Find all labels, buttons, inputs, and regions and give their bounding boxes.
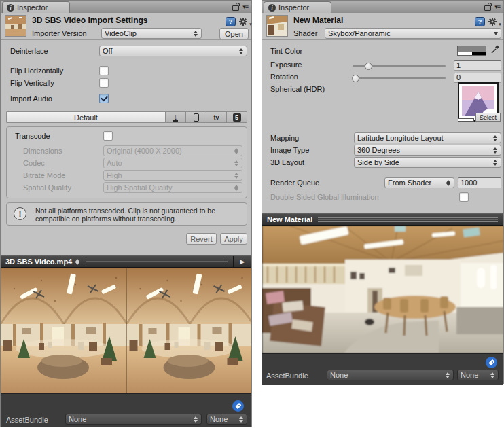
- right-title: New Material: [293, 16, 343, 25]
- eyedropper-icon[interactable]: [490, 44, 500, 56]
- gear-icon[interactable]: ▼: [488, 17, 502, 26]
- deinterlace-label: Deinterlace: [10, 47, 48, 55]
- render-queue-field[interactable]: 1000: [458, 177, 501, 188]
- dimensions-dropdown: Original (4000 X 2000): [103, 145, 242, 156]
- preview-popup-icon[interactable]: [75, 259, 80, 265]
- warning-text: Not all platforms transcoded. Clip is no…: [35, 207, 241, 223]
- bitrate-mode-label: Bitrate Mode: [23, 171, 65, 179]
- platform-tab-webgl[interactable]: 5: [226, 112, 247, 122]
- rotation-slider[interactable]: [353, 77, 446, 79]
- help-icon[interactable]: ?: [475, 17, 485, 26]
- inspector-panel-video: i Inspector ▾≡ 3D SBS Video Import Setti…: [0, 0, 252, 427]
- right-tab-strip: i Inspector ▾≡: [262, 1, 503, 14]
- importer-version-label: Importer Version: [32, 29, 87, 37]
- platform-tab-default[interactable]: Default: [7, 112, 165, 122]
- image-type-label: Image Type: [270, 146, 309, 154]
- mapping-dropdown[interactable]: Latitude Longitude Layout: [354, 132, 501, 143]
- rotation-label: Rotation: [270, 73, 298, 81]
- lock-icon[interactable]: [232, 5, 239, 11]
- platform-tab-bar: Default ↓ tv 5: [6, 111, 247, 123]
- open-button[interactable]: Open: [219, 28, 249, 39]
- codec-dropdown: Auto: [103, 158, 242, 168]
- left-title: 3D SBS Video Import Settings: [32, 16, 147, 25]
- video-asset-thumbnail: [5, 15, 26, 37]
- bitrate-mode-dropdown: High: [103, 170, 242, 181]
- shader-label: Shader: [293, 29, 317, 37]
- apply-button[interactable]: Apply: [220, 233, 247, 245]
- download-icon: ↓: [173, 113, 179, 122]
- assetbundle-variant-dropdown[interactable]: None: [457, 370, 499, 380]
- preview-drag-handle[interactable]: [86, 260, 228, 264]
- select-texture-button[interactable]: Select: [475, 113, 501, 122]
- transcode-label: Transcode: [15, 132, 50, 140]
- video-preview-header[interactable]: 3D SBS Video.mp4 ►: [1, 255, 251, 268]
- material-preview-title: New Material: [267, 215, 312, 224]
- flip-horizontally-label: Flip Horizontally: [10, 67, 63, 75]
- dimensions-label: Dimensions: [23, 147, 62, 155]
- exposure-slider[interactable]: [353, 65, 446, 67]
- rotation-slider-thumb[interactable]: [352, 75, 359, 82]
- panel-menu-icon[interactable]: ▾≡: [242, 3, 248, 10]
- video-preview-image[interactable]: [1, 268, 251, 393]
- left-tab-inspector[interactable]: i Inspector: [2, 1, 70, 13]
- assetbundle-variant-dropdown[interactable]: None: [206, 414, 247, 425]
- shader-dropdown[interactable]: Skybox/Panoramic: [325, 28, 501, 39]
- spatial-quality-label: Spatial Quality: [23, 183, 71, 192]
- render-queue-dropdown[interactable]: From Shader: [384, 177, 454, 188]
- texture-mini-strip: [458, 118, 474, 122]
- transcode-checkbox[interactable]: [103, 131, 113, 141]
- platform-tab-tvos[interactable]: tv: [206, 112, 226, 122]
- screenshot-root: i Inspector ▾≡ 3D SBS Video Import Setti…: [0, 0, 504, 428]
- exposure-field[interactable]: 1: [454, 60, 501, 71]
- exposure-slider-thumb[interactable]: [365, 63, 372, 70]
- play-button[interactable]: ►: [233, 256, 251, 267]
- codec-label: Codec: [23, 159, 45, 167]
- warning-icon: !: [14, 207, 26, 220]
- inspector-panel-material: i Inspector ▾≡ New Material ?: [262, 0, 504, 384]
- double-sided-gi-checkbox: [459, 192, 469, 202]
- platform-tab-standalone[interactable]: ↓: [165, 112, 185, 122]
- rotation-field[interactable]: 0: [454, 73, 501, 83]
- flip-vertically-label: Flip Vertically: [10, 79, 54, 87]
- tag-icon[interactable]: [486, 357, 497, 368]
- material-preview-image[interactable]: [262, 226, 503, 353]
- right-tab-title: Inspector: [278, 3, 309, 12]
- tag-icon[interactable]: [232, 400, 244, 412]
- info-icon: i: [268, 4, 276, 12]
- import-audio-checkbox[interactable]: [99, 94, 109, 103]
- assetbundle-label: AssetBundle: [266, 372, 308, 380]
- preview-drag-handle[interactable]: [318, 217, 498, 222]
- deinterlace-dropdown[interactable]: Off: [99, 46, 247, 56]
- lock-icon[interactable]: [484, 5, 491, 11]
- right-tab-inspector[interactable]: i Inspector: [264, 1, 331, 13]
- tint-color-swatch[interactable]: [457, 46, 486, 56]
- revert-button[interactable]: Revert: [186, 233, 217, 245]
- double-sided-gi-label: Double Sided Global Illumination: [270, 193, 379, 201]
- assetbundle-dropdown[interactable]: None: [327, 370, 454, 380]
- transcode-group: Transcode Dimensions Original (4000 X 20…: [6, 126, 247, 198]
- flip-vertically-checkbox[interactable]: [99, 78, 109, 88]
- image-type-dropdown[interactable]: 360 Degrees: [354, 145, 501, 156]
- 3d-layout-dropdown[interactable]: Side by Side: [354, 157, 501, 168]
- import-audio-label: Import Audio: [10, 94, 52, 103]
- flip-horizontally-checkbox[interactable]: [99, 66, 109, 75]
- gear-icon[interactable]: ▼: [238, 17, 253, 26]
- importer-version-dropdown[interactable]: VideoClip: [101, 28, 202, 39]
- left-footer: AssetBundle None None: [1, 393, 251, 427]
- tint-color-label: Tint Color: [270, 47, 302, 55]
- material-preview-header[interactable]: New Material: [262, 213, 503, 226]
- iphone-icon: [194, 113, 199, 122]
- material-thumbnail: [266, 15, 288, 37]
- right-header: New Material ? ▼ Shader Skybox/Panoramic: [262, 13, 503, 40]
- left-tab-strip: i Inspector ▾≡: [1, 1, 251, 14]
- assetbundle-dropdown[interactable]: None: [65, 414, 202, 425]
- platform-tab-ios[interactable]: [185, 112, 206, 122]
- help-icon[interactable]: ?: [226, 17, 236, 26]
- exposure-label: Exposure: [270, 60, 302, 69]
- assetbundle-label: AssetBundle: [6, 416, 48, 424]
- panel-menu-icon[interactable]: ▾≡: [494, 3, 500, 10]
- webgl-icon: 5: [233, 113, 241, 122]
- right-body: Tint Color Exposure 1 Rotation 0 Spheric…: [262, 39, 503, 213]
- mapping-label: Mapping: [270, 134, 299, 142]
- render-queue-label: Render Queue: [270, 179, 319, 187]
